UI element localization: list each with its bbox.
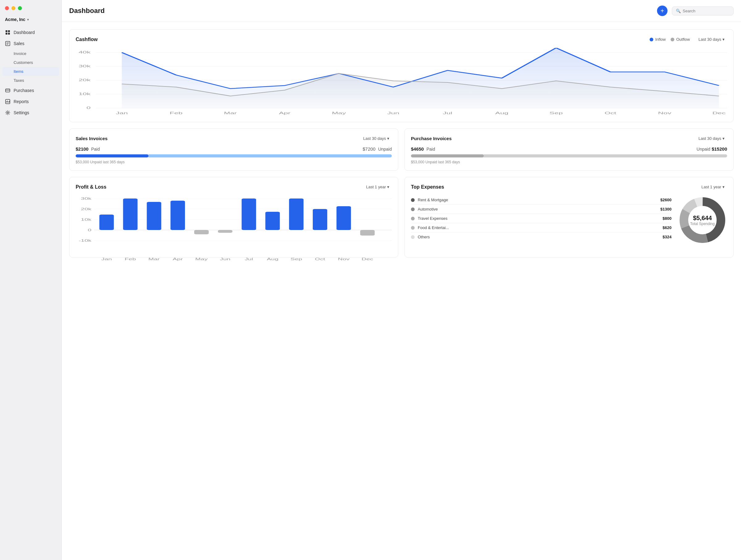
svg-text:May: May <box>332 111 346 115</box>
purchase-paid-amount: $4650 <box>411 146 424 152</box>
svg-text:10k: 10k <box>81 218 92 221</box>
svg-text:Apr: Apr <box>279 111 290 115</box>
sidebar-item-customers[interactable]: Customers <box>0 58 61 67</box>
cashflow-period-label: Last 30 days <box>698 37 721 42</box>
expense-item-others: Others $324 <box>411 232 672 241</box>
purchase-invoices-period-label: Last 30 days <box>698 136 721 141</box>
expenses-list: Rent & Mortgage $2600 Automotive $1300 T… <box>411 195 672 245</box>
svg-text:May: May <box>195 258 208 261</box>
donut-center: $5,644 Total Spending <box>690 215 715 226</box>
chevron-down-icon: ▾ <box>723 185 725 189</box>
top-expenses-period-dropdown[interactable]: Last 1 year ▾ <box>699 184 727 191</box>
purchase-unpaid: Unpaid $15200 <box>695 146 727 152</box>
top-expenses-header: Top Expenses Last 1 year ▾ <box>411 184 727 191</box>
svg-rect-0 <box>6 30 7 32</box>
expense-dot-food <box>411 226 415 230</box>
sidebar-item-reports[interactable]: Reports <box>0 96 61 107</box>
search-input[interactable] <box>683 9 730 13</box>
svg-text:40k: 40k <box>78 50 91 54</box>
bar-may <box>194 230 209 234</box>
svg-text:Dec: Dec <box>361 258 373 261</box>
cashflow-period-dropdown[interactable]: Last 30 days ▾ <box>696 36 727 43</box>
search-box[interactable]: 🔍 <box>672 6 734 15</box>
svg-text:Sep: Sep <box>290 258 302 261</box>
donut-total-amount: $5,644 <box>690 215 715 222</box>
profit-loss-svg: 30k 20k 10k 0 -10k <box>76 195 392 263</box>
svg-text:Jun: Jun <box>387 111 399 115</box>
search-icon: 🔍 <box>676 9 681 13</box>
maximize-button[interactable] <box>18 6 22 10</box>
top-expenses-card: Top Expenses Last 1 year ▾ Rent & Mortga… <box>404 177 734 258</box>
invoice-label: Invoice <box>14 51 26 56</box>
sidebar-item-invoice[interactable]: Invoice <box>0 49 61 58</box>
svg-text:0: 0 <box>88 228 91 232</box>
cashflow-card: Cashflow Inflow Outflow Last 30 days ▾ <box>69 29 734 122</box>
sidebar-item-sales[interactable]: Sales <box>0 38 61 49</box>
svg-text:Jun: Jun <box>220 258 230 261</box>
sales-progress-bar <box>76 154 392 157</box>
dashboard-label: Dashboard <box>14 30 35 35</box>
svg-text:Feb: Feb <box>170 111 183 115</box>
items-label: Items <box>14 69 23 74</box>
expense-name-auto: Automotive <box>418 207 657 211</box>
minimize-button[interactable] <box>11 6 15 10</box>
svg-rect-7 <box>6 89 10 92</box>
expense-dot-travel <box>411 217 415 220</box>
sidebar-item-purchases[interactable]: Purchases <box>0 85 61 96</box>
cashflow-legend: Inflow Outflow <box>650 37 690 42</box>
svg-text:Jul: Jul <box>443 111 452 115</box>
sidebar: Acme, Inc ▾ Dashboard Sales Invoice Cust… <box>0 0 62 560</box>
svg-point-14 <box>7 112 9 114</box>
svg-text:20k: 20k <box>81 207 92 211</box>
sales-invoices-period-label: Last 30 days <box>363 136 386 141</box>
company-selector[interactable]: Acme, Inc ▾ <box>0 15 61 27</box>
expense-dot-auto <box>411 207 415 211</box>
window-controls <box>0 5 61 15</box>
taxes-label: Taxes <box>14 78 24 83</box>
svg-text:Mar: Mar <box>148 258 160 261</box>
purchase-invoices-period-dropdown[interactable]: Last 30 days ▾ <box>696 135 727 142</box>
svg-text:Oct: Oct <box>605 111 617 115</box>
svg-text:Dec: Dec <box>712 111 726 115</box>
svg-text:-10k: -10k <box>79 239 92 242</box>
chevron-down-icon: ▾ <box>387 185 389 189</box>
bar-sep <box>289 199 304 230</box>
sidebar-item-taxes[interactable]: Taxes <box>0 76 61 85</box>
purchase-progress-bar <box>411 154 727 157</box>
expense-amount-rent: $2600 <box>660 198 672 202</box>
sidebar-item-items[interactable]: Items <box>2 67 59 76</box>
donut-total-label: Total Spending <box>690 222 715 226</box>
sales-invoices-card: Sales Invoices Last 30 days ▾ $2100 Paid… <box>69 128 398 171</box>
purchase-invoices-card: Purchase Invoices Last 30 days ▾ $4650 P… <box>404 128 734 171</box>
profit-loss-card: Profit & Loss Last 1 year ▾ 30k 20k 10k … <box>69 177 398 258</box>
customers-label: Customers <box>14 60 33 65</box>
header: Dashboard + 🔍 <box>62 0 741 22</box>
sales-paid-amount: $2100 <box>76 146 89 152</box>
profit-loss-period-dropdown[interactable]: Last 1 year ▾ <box>364 184 392 191</box>
purchase-unpaid-note: $53,000 Unpaid last 365 days <box>411 160 727 164</box>
sales-paid-label: Paid <box>91 147 100 152</box>
page-title: Dashboard <box>69 7 657 15</box>
svg-text:Aug: Aug <box>495 111 509 115</box>
svg-text:Feb: Feb <box>125 258 136 261</box>
purchase-invoice-amounts: $4650 Paid Unpaid $15200 <box>411 146 727 152</box>
expense-dot-others <box>411 235 415 239</box>
outflow-dot <box>671 38 674 42</box>
expense-dot-rent <box>411 198 415 202</box>
inflow-dot <box>650 38 653 42</box>
company-label: Acme, Inc <box>5 17 25 22</box>
sales-invoice-amounts: $2100 Paid $7200 Unpaid <box>76 146 392 152</box>
svg-rect-2 <box>6 33 7 34</box>
add-button[interactable]: + <box>657 6 668 16</box>
expense-amount-food: $620 <box>663 225 672 230</box>
bar-feb <box>123 199 138 230</box>
svg-text:Jul: Jul <box>245 258 253 261</box>
sales-invoices-period-dropdown[interactable]: Last 30 days ▾ <box>361 135 392 142</box>
close-button[interactable] <box>5 6 9 10</box>
svg-rect-4 <box>6 42 10 46</box>
sidebar-item-settings[interactable]: Settings <box>0 107 61 118</box>
cashflow-svg: 40k 30k 20k 10k 0 Jan Feb Mar Apr <box>76 48 727 116</box>
sidebar-item-dashboard[interactable]: Dashboard <box>0 27 61 38</box>
purchase-paid-bar <box>411 154 484 157</box>
outflow-label: Outflow <box>676 37 690 42</box>
